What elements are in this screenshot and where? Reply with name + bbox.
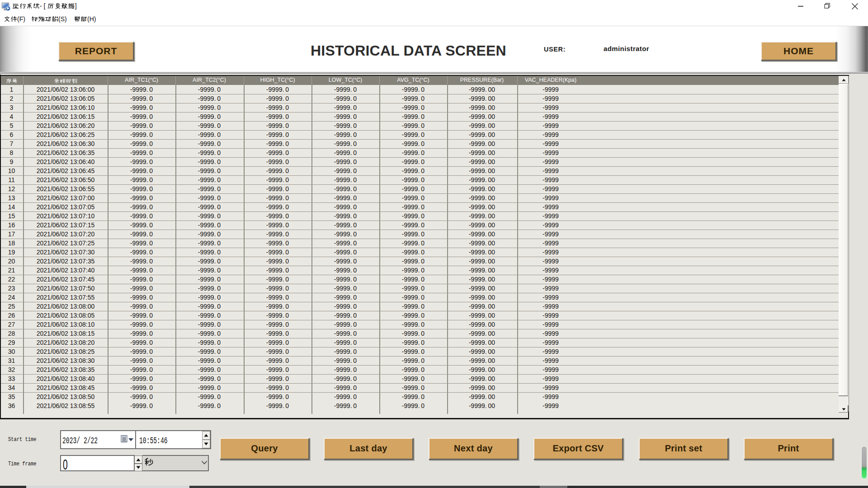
svg-text:- [: - [ xyxy=(40,2,46,9)
svg-text:(F): (F) xyxy=(17,15,25,23)
svg-text:(H): (H) xyxy=(87,15,96,23)
svg-text:]: ] xyxy=(75,2,77,9)
svg-text:(S): (S) xyxy=(58,15,67,23)
